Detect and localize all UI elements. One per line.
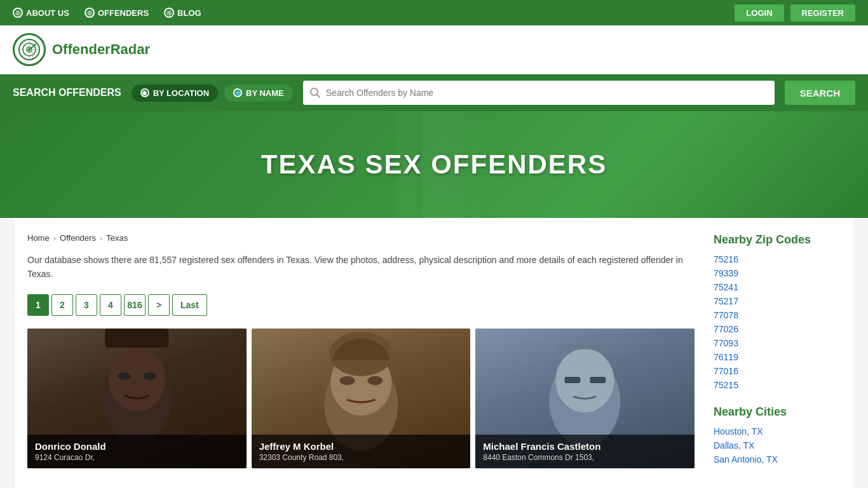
breadcrumb-sep-2: › <box>100 233 102 243</box>
svg-point-13 <box>143 372 156 380</box>
offender-grid: Donrico Donald 9124 Curacao Dr, <box>27 329 695 468</box>
page-description: Our database shows there are 81,557 regi… <box>27 253 695 281</box>
login-button[interactable]: LOGIN <box>735 4 783 22</box>
top-nav-left: ◎ ABOUT US ◎ OFFENDERS ◎ BLOG <box>13 8 201 18</box>
page-next[interactable]: > <box>148 294 170 316</box>
offender-card-1[interactable]: Jeffrey M Korbel 32303 County Road 803, <box>252 329 471 468</box>
search-radio-group: BY LOCATION BY NAME <box>132 85 293 102</box>
search-button[interactable]: SEARCH <box>785 81 855 105</box>
svg-point-17 <box>339 376 355 385</box>
main-content: Home › Offenders › Texas Our database sh… <box>0 218 868 488</box>
logo-text: OffenderRadar <box>52 41 150 58</box>
svg-rect-24 <box>559 344 612 349</box>
zipcode-76119[interactable]: 76119 <box>714 352 841 362</box>
zipcode-79339[interactable]: 79339 <box>714 268 841 278</box>
radio-by-name[interactable]: BY NAME <box>224 85 293 102</box>
city-dallas[interactable]: Dallas, TX <box>714 440 841 451</box>
search-label: SEARCH OFFENDERS <box>13 87 121 98</box>
svg-line-9 <box>316 95 320 98</box>
sidebar-zipcodes-title: Nearby Zip Codes <box>714 233 841 247</box>
offender-name-0: Donrico Donald <box>35 441 239 452</box>
svg-point-18 <box>367 376 383 385</box>
radio-by-location[interactable]: BY LOCATION <box>132 85 218 102</box>
sidebar: Nearby Zip Codes 75216 79339 75241 75217… <box>714 233 841 480</box>
search-input-wrap <box>303 81 775 105</box>
offender-card-2[interactable]: Michael Francis Castleton 8440 Easton Co… <box>475 329 695 468</box>
blog-icon: ◎ <box>164 8 174 18</box>
top-navigation: ◎ ABOUT US ◎ OFFENDERS ◎ BLOG LOGIN REGI… <box>0 0 868 25</box>
search-input[interactable] <box>326 88 768 98</box>
page-816[interactable]: 816 <box>124 294 146 316</box>
search-icon <box>309 87 321 98</box>
breadcrumb: Home › Offenders › Texas <box>27 233 695 243</box>
offenders-icon: ◎ <box>85 8 95 18</box>
zipcode-77093[interactable]: 77093 <box>714 338 841 348</box>
offender-info-1: Jeffrey M Korbel 32303 County Road 803, <box>252 435 471 468</box>
search-bar: SEARCH OFFENDERS BY LOCATION BY NAME SEA… <box>0 74 868 111</box>
zipcode-77078[interactable]: 77078 <box>714 310 841 320</box>
page-4[interactable]: 4 <box>100 294 121 316</box>
zipcode-77016[interactable]: 77016 <box>714 366 841 376</box>
offender-info-2: Michael Francis Castleton 8440 Easton Co… <box>475 435 695 468</box>
offender-name-1: Jeffrey M Korbel <box>259 441 463 452</box>
content-wrap: Home › Offenders › Texas Our database sh… <box>15 218 853 488</box>
nav-offenders[interactable]: ◎ OFFENDERS <box>85 8 149 18</box>
logo-circle <box>13 33 46 66</box>
page-3[interactable]: 3 <box>76 294 97 316</box>
nav-blog[interactable]: ◎ BLOG <box>164 8 201 18</box>
svg-point-12 <box>118 372 130 380</box>
nav-about-us[interactable]: ◎ ABOUT US <box>13 8 69 18</box>
page-last[interactable]: Last <box>172 294 207 316</box>
breadcrumb-sep-1: › <box>53 233 56 243</box>
about-us-icon: ◎ <box>13 8 23 18</box>
top-nav-right: LOGIN REGISTER <box>735 4 855 22</box>
content-main: Home › Offenders › Texas Our database sh… <box>27 233 695 480</box>
zipcode-75215[interactable]: 75215 <box>714 380 841 390</box>
svg-rect-14 <box>105 329 168 348</box>
zipcode-77026[interactable]: 77026 <box>714 324 841 334</box>
svg-point-7 <box>28 48 31 51</box>
pagination: 1 2 3 4 816 > Last <box>27 294 695 316</box>
zipcode-75241[interactable]: 75241 <box>714 282 841 292</box>
sidebar-cities-title: Nearby Cities <box>714 405 841 419</box>
city-san-antonio[interactable]: San Antonio, TX <box>714 454 841 464</box>
zipcode-75216[interactable]: 75216 <box>714 254 841 264</box>
radio-dot-location <box>140 88 149 97</box>
city-houston[interactable]: Houston, TX <box>714 426 841 437</box>
offender-address-0: 9124 Curacao Dr, <box>35 453 239 462</box>
radio-dot-name <box>233 88 242 97</box>
svg-rect-23 <box>590 377 606 383</box>
offender-name-2: Michael Francis Castleton <box>483 441 687 452</box>
offender-card-0[interactable]: Donrico Donald 9124 Curacao Dr, <box>27 329 247 468</box>
site-header: OffenderRadar <box>0 25 868 74</box>
zipcode-75217[interactable]: 75217 <box>714 296 841 306</box>
hero-banner: TEXAS SEX OFFENDERS <box>0 111 868 218</box>
radar-icon <box>18 38 41 61</box>
sidebar-zipcodes-section: Nearby Zip Codes 75216 79339 75241 75217… <box>714 233 841 390</box>
page-1[interactable]: 1 <box>27 294 49 316</box>
breadcrumb-current: Texas <box>106 233 128 243</box>
offender-info-0: Donrico Donald 9124 Curacao Dr, <box>27 435 247 468</box>
logo[interactable]: OffenderRadar <box>13 33 150 66</box>
offender-address-1: 32303 County Road 803, <box>259 453 463 462</box>
page-2[interactable]: 2 <box>51 294 73 316</box>
sidebar-cities-section: Nearby Cities Houston, TX Dallas, TX San… <box>714 405 841 464</box>
svg-point-11 <box>108 348 165 411</box>
breadcrumb-home[interactable]: Home <box>27 233 50 243</box>
offender-address-2: 8440 Easton Commons Dr 1503, <box>483 453 687 462</box>
svg-rect-22 <box>565 377 581 383</box>
breadcrumb-offenders[interactable]: Offenders <box>60 233 96 243</box>
register-button[interactable]: REGISTER <box>790 4 855 22</box>
hero-title: TEXAS SEX OFFENDERS <box>261 149 607 180</box>
